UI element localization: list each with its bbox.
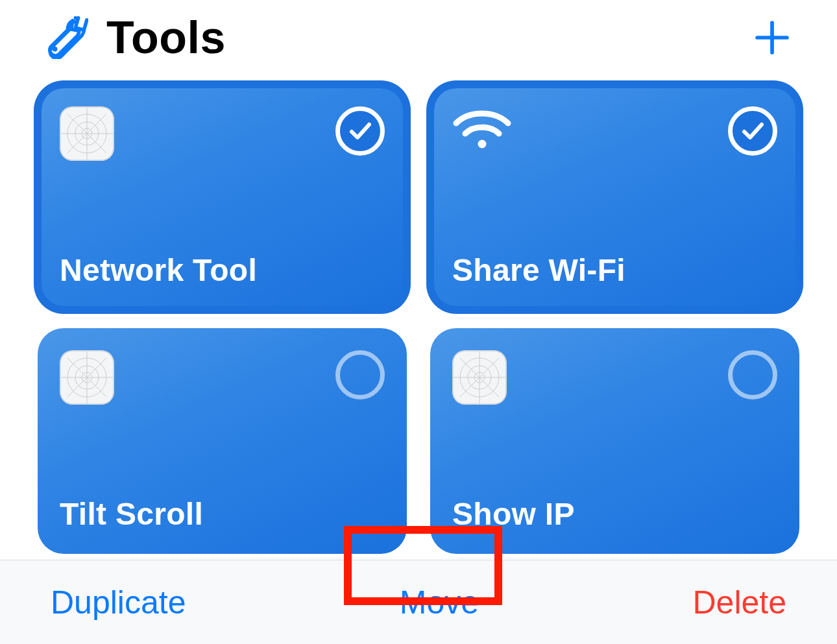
app-grid-icon: [60, 350, 114, 405]
wifi-icon: [452, 106, 512, 154]
duplicate-button[interactable]: Duplicate: [38, 578, 199, 626]
app-grid-icon: [452, 350, 507, 405]
app-grid-icon: [60, 106, 114, 161]
shortcuts-grid: Network Tool Share Wi-Fi: [0, 69, 837, 554]
page-title: Tools: [106, 12, 226, 64]
shortcut-label: Network Tool: [60, 252, 385, 288]
header: Tools: [0, 0, 837, 69]
selection-empty-icon[interactable]: [728, 350, 777, 400]
wrench-icon: [43, 14, 88, 62]
shortcut-label: Show IP: [452, 496, 777, 532]
shortcut-card[interactable]: Show IP: [430, 328, 799, 554]
selection-checkmark-icon[interactable]: [728, 106, 777, 156]
selection-checkmark-icon[interactable]: [335, 106, 385, 156]
move-button[interactable]: Move: [387, 578, 492, 626]
delete-button[interactable]: Delete: [679, 578, 799, 626]
card-top-row: [452, 350, 777, 405]
shortcut-label: Share Wi-Fi: [452, 252, 777, 288]
svg-point-11: [478, 140, 487, 149]
header-left: Tools: [43, 12, 226, 64]
tools-selection-screen: Tools: [0, 0, 837, 644]
card-top-row: [60, 350, 385, 405]
plus-icon: [754, 19, 790, 56]
action-bar: Duplicate Move Delete: [0, 560, 837, 644]
svg-point-0: [53, 47, 58, 52]
selection-empty-icon[interactable]: [335, 350, 385, 400]
shortcut-card[interactable]: Network Tool: [38, 84, 407, 310]
shortcut-card[interactable]: Share Wi-Fi: [430, 84, 799, 310]
shortcut-card[interactable]: Tilt Scroll: [38, 328, 407, 554]
card-top-row: [60, 106, 385, 161]
add-button[interactable]: [750, 16, 794, 60]
card-top-row: [452, 106, 777, 156]
shortcut-label: Tilt Scroll: [60, 496, 385, 532]
